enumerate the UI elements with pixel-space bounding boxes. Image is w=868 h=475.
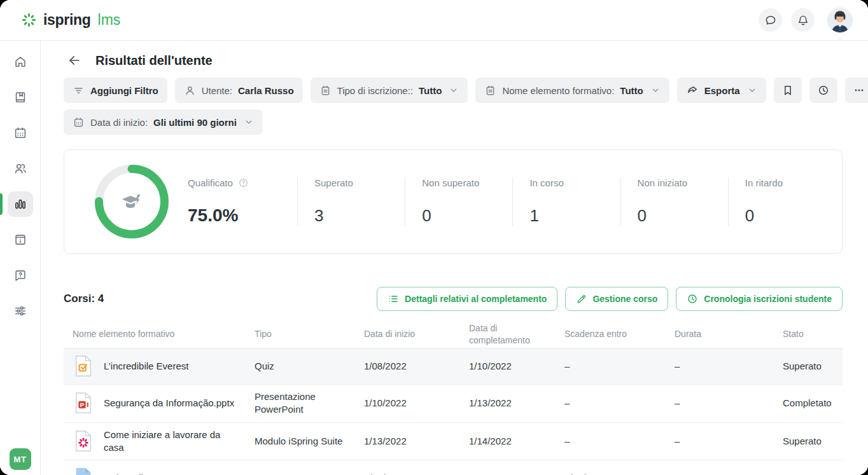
cell-duration: 00:00:00 xyxy=(675,466,783,475)
export-label: Esporta xyxy=(704,85,740,96)
add-filter-label: Aggiungi Filtro xyxy=(90,85,158,96)
cell-due: – xyxy=(564,429,675,453)
summary-stat-qualified: Qualificato 75.0% xyxy=(188,177,297,226)
info-box-icon xyxy=(13,233,27,247)
sidebar-item-support[interactable] xyxy=(8,263,33,288)
history-button[interactable] xyxy=(809,78,837,103)
export-icon xyxy=(686,84,699,97)
quiz-file-icon xyxy=(73,354,94,378)
sidebar-item-library[interactable] xyxy=(8,227,33,252)
list-icon xyxy=(388,293,399,305)
more-options-button[interactable] xyxy=(845,78,868,103)
sliders-icon xyxy=(13,304,27,318)
back-button[interactable] xyxy=(66,52,83,69)
ellipsis-icon xyxy=(853,84,865,97)
save-report-button[interactable] xyxy=(774,78,802,103)
cell-completion_date: 1/13/2022 xyxy=(469,391,564,415)
chevron-down-icon xyxy=(747,85,757,95)
clock-icon xyxy=(687,293,698,305)
filter-start-date-chip[interactable]: Data di inizio: Gli ultimi 90 giorni xyxy=(64,109,263,135)
table-row[interactable]: Come iniziare a lavorare da casaModulo i… xyxy=(64,423,843,461)
cell-due: – xyxy=(564,391,675,415)
enrollment-history-button[interactable]: Cronologia iscrizioni studente xyxy=(676,287,843,311)
column-header[interactable]: Stato xyxy=(783,328,843,340)
bar-chart-icon xyxy=(13,197,27,211)
add-filter-button[interactable]: Aggiungi Filtro xyxy=(64,78,167,103)
column-header[interactable]: Durata xyxy=(675,328,783,340)
column-header[interactable]: Nome elemento formativo xyxy=(64,328,255,340)
sidebar-item-settings[interactable] xyxy=(8,298,33,324)
table-row[interactable]: OnboardingCorso1/24/2022–2/22/202200:00:… xyxy=(64,460,843,475)
cell-course-name: Onboarding xyxy=(64,460,255,475)
manage-course-button[interactable]: Gestione corso xyxy=(565,287,668,311)
cell-type: Presentazione PowerPoint xyxy=(255,385,364,422)
chevron-down-icon xyxy=(449,85,459,95)
table-row[interactable]: L’incredibile EverestQuiz1/08/20221/10/2… xyxy=(64,348,843,385)
active-nav-indicator xyxy=(0,193,3,215)
messages-button[interactable] xyxy=(759,8,782,32)
sidebar-item-courses[interactable] xyxy=(8,85,33,110)
clipboard-icon xyxy=(484,85,496,97)
table-header-row: Nome elemento formativoTipoData di inizi… xyxy=(64,320,843,348)
filter-item-chip[interactable]: Nome elemento formativo: Tutto xyxy=(475,78,669,103)
chevron-down-icon xyxy=(244,117,254,127)
stat-label: In ritardo xyxy=(745,177,836,188)
completion-details-button[interactable]: Dettagli relativi al completamento xyxy=(377,287,557,311)
cell-status: Completato xyxy=(783,391,843,415)
column-header[interactable]: Data di inizio xyxy=(364,328,469,340)
cell-course-name: Come iniziare a lavorare da casa xyxy=(64,423,255,460)
chevron-down-icon xyxy=(650,85,661,95)
summary-stat: Non iniziato0 xyxy=(620,177,728,226)
chat-bubble-icon xyxy=(764,14,777,27)
sidebar-item-home[interactable] xyxy=(8,49,33,74)
user-avatar[interactable] xyxy=(827,8,853,33)
column-header[interactable]: Scadenza entro xyxy=(564,328,675,340)
arrow-left-icon xyxy=(67,53,81,67)
clipboard-icon xyxy=(319,85,332,97)
export-button[interactable]: Esporta xyxy=(677,78,766,103)
cell-course-name: PSegurança da Informação.pptx xyxy=(64,385,255,421)
stat-value: 0 xyxy=(745,206,836,226)
courses-count: Corsi: 4 xyxy=(64,293,104,305)
filter-start-date-label: Data di inizio: xyxy=(90,117,148,128)
page-title: Risultati dell'utente xyxy=(95,53,213,68)
notifications-button[interactable] xyxy=(791,8,815,32)
sidebar-item-reports[interactable] xyxy=(8,191,33,217)
users-icon xyxy=(13,162,27,176)
calendar-icon xyxy=(13,126,27,140)
ispring-logo[interactable]: ispringlms xyxy=(20,11,120,29)
course-name-link[interactable]: Come iniziare a lavorare da casa xyxy=(104,429,243,455)
stat-value: 3 xyxy=(314,206,405,226)
manage-course-label: Gestione corso xyxy=(592,294,657,304)
sidebar-item-users[interactable] xyxy=(8,156,33,181)
column-header[interactable]: Tipo xyxy=(255,328,364,340)
cell-type: Modulo iSpring Suite xyxy=(255,429,364,453)
filter-enrollment-value: Tutto xyxy=(419,85,442,96)
filter-user-chip[interactable]: Utente: Carla Russo xyxy=(175,78,303,103)
cell-type: Quiz xyxy=(255,354,364,378)
person-icon xyxy=(184,85,196,97)
course-name-link[interactable]: Segurança da Informação.pptx xyxy=(104,397,234,410)
sidebar-item-calendar[interactable] xyxy=(8,120,33,146)
course-name-link[interactable]: Onboarding xyxy=(104,472,153,475)
main-content: Risultati dell'utente Aggiungi Filtro Ut… xyxy=(41,41,868,475)
cell-start_date: 1/13/2022 xyxy=(364,429,469,453)
completion-details-label: Dettagli relativi al completamento xyxy=(405,294,547,304)
cell-duration: – xyxy=(675,429,783,453)
sidebar-user-badge[interactable]: MT xyxy=(10,448,31,470)
pencil-icon xyxy=(576,294,587,305)
cell-start_date: 1/10/2022 xyxy=(364,391,469,415)
topbar: ispringlms xyxy=(0,0,868,41)
cell-due: 2/22/2022 xyxy=(564,466,675,475)
help-circle-icon[interactable] xyxy=(238,177,249,188)
column-header[interactable]: Data di completamento xyxy=(469,322,564,345)
courses-table: Nome elemento formativoTipoData di inizi… xyxy=(64,320,843,475)
cell-completion_date: – xyxy=(469,466,564,475)
stat-label: In corso xyxy=(529,177,620,188)
filter-enrollment-chip[interactable]: Tipo di iscrizione:: Tutto xyxy=(311,78,468,103)
summary-card: Qualificato 75.0% Superato3Non superato0… xyxy=(64,149,843,254)
cell-status: Superato xyxy=(783,354,843,378)
course-name-link[interactable]: L’incredibile Everest xyxy=(104,360,188,373)
table-row[interactable]: PSegurança da Informação.pptxPresentazio… xyxy=(64,385,843,423)
qualified-label: Qualificato xyxy=(188,177,233,188)
